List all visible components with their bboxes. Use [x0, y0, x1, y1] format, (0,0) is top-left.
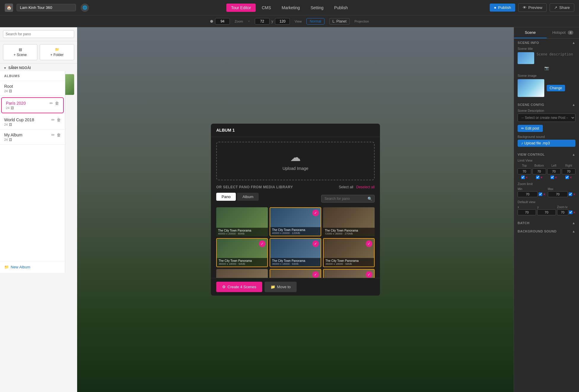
view-x-input[interactable]: [255, 18, 270, 25]
publish-button[interactable]: ● Publish: [490, 4, 515, 12]
grid-item-7[interactable]: ✓The City Town Panorama36000 x 18000 · 9…: [270, 269, 321, 278]
edit-album-button[interactable]: ✏: [50, 101, 53, 106]
collapse-arrow-icon: ▲: [572, 41, 575, 44]
grid-item-1[interactable]: ✓The City Town Panorama40000 x 20000 · 1…: [270, 207, 321, 236]
grid-item-8[interactable]: ✓The City Town Panorama36000 x 18000 · 9…: [323, 269, 375, 278]
preview-button[interactable]: 👁 Preview: [518, 3, 547, 12]
scene-config-collapse[interactable]: SCENE CONFIG ▲: [514, 101, 579, 109]
grid-item-6[interactable]: The City Town Panorama40000 x 20000 · 80…: [216, 269, 268, 278]
media-selection-actions: Select all Deselect all: [339, 185, 375, 189]
bg-sound-collapse[interactable]: BACKGROUND SOUND ▲: [514, 227, 579, 235]
default-zoom-check[interactable]: [569, 211, 572, 214]
select-all-button[interactable]: Select all: [339, 185, 353, 189]
limit-view-grid: Top Bottom Left Right ✕ ✕ ✕: [518, 164, 575, 179]
view-y-input[interactable]: [275, 18, 290, 25]
batch-label: BATCH: [518, 221, 529, 225]
right-limit-input[interactable]: [562, 168, 575, 174]
check-badge-7: ✓: [312, 271, 319, 278]
grid-item-info-1: The City Town Panorama40000 x 20000 · 12…: [270, 227, 321, 236]
scene-image-thumbnail: [518, 79, 544, 97]
tab-album[interactable]: Album: [237, 193, 259, 201]
share-button[interactable]: ↗ Share: [550, 3, 574, 12]
left-x-btn[interactable]: ✕: [555, 176, 557, 179]
image-icon: 🖼: [9, 89, 12, 93]
grid-item-5[interactable]: ✓The City Town Panorama36000 x 18000 · 9…: [323, 238, 375, 267]
edit-worldcup-button[interactable]: ✏: [51, 117, 55, 122]
upload-zone[interactable]: ☁ Upload Image: [216, 142, 375, 180]
default-zoom-x-btn[interactable]: ✕: [573, 211, 575, 214]
edit-myalbum-button[interactable]: ✏: [51, 133, 55, 137]
modal-header: ALBUM 1: [211, 124, 380, 137]
tab-hotspot[interactable]: Hotspot 4: [547, 27, 579, 38]
zoom-input[interactable]: [215, 18, 230, 25]
right-check[interactable]: [565, 176, 569, 179]
add-folder-button[interactable]: 📁 + Folder: [40, 44, 74, 60]
edit-post-button[interactable]: ✏ Edit post: [518, 125, 543, 132]
create-scenes-button[interactable]: ⚙ Create 4 Scenes: [216, 282, 262, 292]
view-control-collapse[interactable]: VIEW CONTROL ▲: [514, 150, 579, 159]
media-search-input[interactable]: [321, 195, 375, 203]
left-check[interactable]: [551, 176, 554, 179]
bottom-x-btn[interactable]: ✕: [540, 176, 543, 179]
delete-album-button[interactable]: 🗑: [55, 101, 59, 106]
album-item-myalbum[interactable]: My Album ✏ 🗑 24 🖼: [0, 130, 65, 145]
camera-icon[interactable]: 📷: [518, 66, 575, 70]
batch-collapse[interactable]: BATCH ▲: [514, 219, 579, 227]
zoom-label: Zoom: [235, 20, 243, 23]
globe-icon[interactable]: 🌐: [81, 4, 89, 12]
grid-item-2[interactable]: The City Town Panorama72000 x 36000 · 27…: [323, 207, 375, 236]
projection-lplanet-btn[interactable]: L. Planet: [329, 18, 350, 25]
album-item-root[interactable]: Root 24 🖼: [0, 81, 65, 96]
top-check[interactable]: [521, 176, 525, 179]
default-zoom-input[interactable]: [557, 209, 568, 215]
grid-item-name-3: The City Town Panorama: [219, 259, 265, 262]
top-limit-input[interactable]: [518, 168, 531, 174]
grid-item-0[interactable]: The City Town Panorama40000 x 20000 · 80…: [216, 207, 268, 236]
bottom-check[interactable]: [536, 176, 540, 179]
tour-title-input[interactable]: [17, 4, 76, 11]
album-item-worldcup[interactable]: World Cup 2018 ✏ 🗑 24 🖼: [0, 114, 65, 130]
post-select[interactable]: -- Select or create new Post --: [518, 114, 575, 122]
view-group: y: [255, 18, 290, 25]
pano-search-input[interactable]: [3, 30, 74, 38]
delete-myalbum-button[interactable]: 🗑: [57, 133, 61, 137]
tab-scene[interactable]: Scene: [514, 27, 547, 38]
tab-pano[interactable]: Pano: [216, 193, 236, 201]
zoom-max-check[interactable]: [569, 192, 572, 196]
zoom-min-x-btn[interactable]: ✕: [543, 193, 545, 196]
add-scene-button[interactable]: ▤ + Scene: [3, 44, 37, 60]
album-item-paris[interactable]: Paris 2020 ✏ 🗑 24 🖼: [1, 97, 64, 113]
delete-worldcup-button[interactable]: 🗑: [57, 117, 61, 122]
zoom-min-input[interactable]: [518, 191, 538, 197]
deselect-all-button[interactable]: Deselect all: [356, 185, 375, 189]
zoom-max-label: Max: [548, 187, 576, 191]
grid-item-4[interactable]: ✓The City Town Panorama36000 x 18000 · 9…: [270, 238, 321, 267]
default-view-row: x y Zoom lv ✕: [518, 205, 575, 215]
view-separator: y: [271, 19, 273, 23]
default-x-input[interactable]: [518, 209, 536, 215]
zoom-min-label: Min: [518, 187, 545, 191]
bottom-limit-input[interactable]: [532, 168, 546, 174]
right-x-btn[interactable]: ✕: [570, 176, 572, 179]
scene-info-collapse[interactable]: SCENE INFO ▲: [514, 39, 579, 47]
tab-cms[interactable]: CMS: [257, 4, 276, 12]
tab-tour-editor[interactable]: Tour Editor: [226, 4, 256, 12]
tab-setting[interactable]: Setting: [306, 4, 328, 12]
upload-mp3-button[interactable]: ♪ Upload file .mp3: [518, 140, 575, 147]
tab-marketing[interactable]: Marketing: [277, 4, 305, 12]
default-y-input[interactable]: [537, 209, 556, 215]
media-grid: The City Town Panorama40000 x 20000 · 80…: [216, 207, 375, 278]
left-limit-input[interactable]: [547, 168, 561, 174]
zoom-min-check[interactable]: [539, 192, 542, 196]
tab-publish[interactable]: Publish: [330, 4, 353, 12]
grid-item-3[interactable]: ✓The City Town Panorama36000 x 18000 · 9…: [216, 238, 268, 267]
new-album-button[interactable]: 📁 New Album: [0, 261, 65, 273]
zoom-max-input[interactable]: [548, 191, 568, 197]
scene-description-input[interactable]: [537, 52, 575, 64]
projection-normal-btn[interactable]: Normal: [306, 18, 325, 25]
move-to-button[interactable]: 📁 Move to: [265, 282, 297, 292]
grid-item-name-5: The City Town Panorama: [325, 259, 372, 262]
top-x-btn[interactable]: ✕: [525, 176, 528, 179]
zoom-max-x-btn[interactable]: ✕: [573, 193, 575, 196]
change-image-button[interactable]: Change: [547, 85, 565, 91]
